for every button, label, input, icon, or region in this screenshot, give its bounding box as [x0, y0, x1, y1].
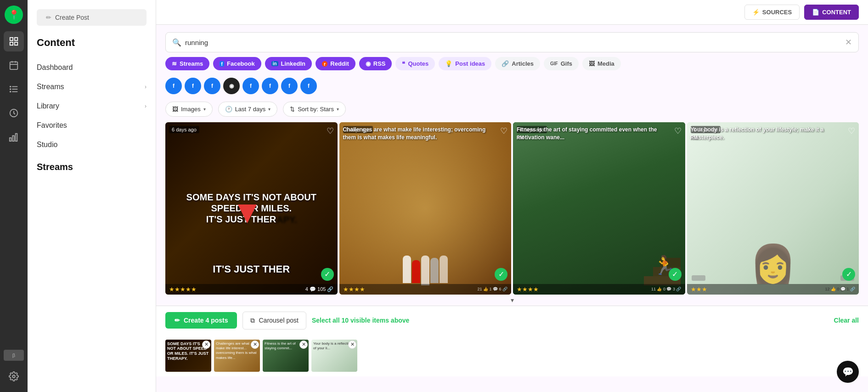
- nav-calendar[interactable]: [4, 55, 24, 75]
- avatar-6[interactable]: f: [262, 78, 278, 94]
- card-3-stats: ★★★★ 11 👍 0 💬 3 🔗: [513, 284, 685, 295]
- card-4-stats: ★★★ 12 👍 0 💬 1 🔗: [687, 284, 859, 295]
- tab-gifs[interactable]: GIF Gifs: [544, 57, 579, 70]
- clear-all-link[interactable]: Clear all: [834, 317, 859, 324]
- sidebar-item-library[interactable]: Library ›: [28, 97, 156, 116]
- image-card-2[interactable]: 5 days ago Challenges are what make life…: [339, 122, 512, 295]
- chevron-right-icon: ›: [145, 103, 147, 109]
- date-chevron-icon: ▾: [268, 107, 271, 112]
- streams-tab-label: Streams: [180, 60, 203, 67]
- svg-rect-4: [10, 62, 18, 70]
- filter-tabs: ≋ Streams f Facebook in LinkedIn r Reddi…: [156, 57, 868, 76]
- tab-articles[interactable]: 🔗 Articles: [495, 57, 540, 70]
- thumb-1[interactable]: SOME DAYS IT'S NOT ABOUT SPEED OR MILES.…: [165, 340, 211, 372]
- nav-schedule[interactable]: [4, 103, 24, 123]
- sidebar-item-favorites[interactable]: Favorites: [28, 116, 156, 135]
- sources-button[interactable]: ⚡ SOURCES: [744, 5, 800, 20]
- create-posts-icon: ✏: [175, 317, 180, 324]
- sidebar-label-library: Library: [37, 102, 59, 110]
- search-clear-icon[interactable]: ✕: [845, 37, 852, 47]
- sidebar-item-dashboard[interactable]: Dashboard: [28, 58, 156, 77]
- svg-rect-2: [10, 42, 13, 45]
- sort-button[interactable]: ⇅ Sort by: Stars ▾: [283, 102, 346, 117]
- avatar-5[interactable]: f: [242, 78, 259, 94]
- card-2-check[interactable]: ✓: [495, 268, 507, 281]
- card-4-check[interactable]: ✓: [842, 268, 855, 281]
- tab-reddit[interactable]: r Reddit: [316, 57, 355, 70]
- card-2-stats: ★★★★ 21 👍 1 💬 6 🔗: [339, 284, 512, 295]
- tab-rss[interactable]: ◉ RSS: [359, 57, 392, 70]
- card-3-check[interactable]: ✓: [669, 268, 682, 281]
- reddit-tab-icon: r: [322, 61, 327, 67]
- facebook-tab-label: Facebook: [227, 60, 255, 67]
- main-panel: ⚡ SOURCES 📄 CONTENT 🔍 ✕ ≋ Streams f: [156, 0, 868, 392]
- thumb-3[interactable]: Fitness is the art of staying commit... …: [263, 340, 309, 372]
- card-1-check[interactable]: ✓: [321, 268, 334, 281]
- top-bar: ⚡ SOURCES 📄 CONTENT: [156, 0, 868, 25]
- card-2-heart[interactable]: ♡: [500, 126, 507, 136]
- create-post-button[interactable]: ✏ Create Post: [37, 9, 147, 26]
- settings-icon[interactable]: [4, 366, 24, 386]
- carousel-label: Carousel post: [259, 317, 298, 324]
- tab-post-ideas[interactable]: 💡 Post ideas: [439, 57, 491, 70]
- thumb-4-close[interactable]: ✕: [348, 341, 356, 349]
- sort-label: Sort by: Stars: [298, 106, 334, 113]
- card-4-weight-left: [692, 275, 705, 281]
- svg-point-11: [10, 86, 11, 87]
- tab-streams[interactable]: ≋ Streams: [165, 57, 209, 70]
- avatar-3[interactable]: f: [204, 78, 220, 94]
- create-posts-button[interactable]: ✏ Create 4 posts: [165, 312, 237, 329]
- svg-rect-15: [10, 138, 11, 141]
- avatar-7[interactable]: f: [281, 78, 298, 94]
- thumb-1-close[interactable]: ✕: [202, 341, 210, 349]
- media-tab-label: Media: [597, 60, 614, 67]
- avatar-2[interactable]: f: [185, 78, 201, 94]
- create-post-label: Create Post: [55, 14, 89, 21]
- image-card-1[interactable]: 6 days ago ♡ SOME DAYS IT'S NOT ABOUT SP…: [165, 122, 338, 295]
- quotes-tab-label: Quotes: [408, 60, 428, 67]
- search-input[interactable]: [185, 39, 841, 46]
- media-tab-icon: 🖼: [589, 60, 595, 67]
- content-label: CONTENT: [822, 9, 851, 16]
- nav-list[interactable]: [4, 79, 24, 99]
- thumb-2-close[interactable]: ✕: [251, 341, 259, 349]
- thumb-2[interactable]: Challenges are what make life interest..…: [214, 340, 260, 372]
- svg-rect-16: [12, 136, 14, 141]
- carousel-post-button[interactable]: ⧉ Carousel post: [242, 312, 306, 330]
- streams-section-header: Streams: [28, 154, 156, 176]
- content-button[interactable]: 📄 CONTENT: [804, 5, 859, 20]
- sidebar-item-studio[interactable]: Studio: [28, 135, 156, 154]
- select-all-link[interactable]: Select all 10 visible items above: [312, 317, 409, 324]
- image-card-4[interactable]: 👩 6 days ago Your body is a reflection o…: [687, 122, 859, 295]
- card-4-heart[interactable]: ♡: [848, 126, 855, 136]
- thumb-4[interactable]: Your body is a reflection of your li... …: [311, 340, 357, 372]
- tab-linkedin[interactable]: in LinkedIn: [265, 57, 312, 70]
- collapse-arrow[interactable]: ▾: [156, 295, 868, 306]
- svg-rect-0: [10, 38, 13, 40]
- image-card-3[interactable]: 🏃 4 days ago Fitness is the art of stayi…: [513, 122, 685, 295]
- tab-quotes[interactable]: ❝ Quotes: [395, 57, 435, 70]
- card-3-heart[interactable]: ♡: [674, 126, 682, 136]
- avatar-1[interactable]: f: [165, 78, 182, 94]
- nav-content[interactable]: [4, 31, 24, 51]
- date-filter-button[interactable]: 🕐 Last 7 days ▾: [218, 102, 278, 117]
- card-2-crowd: [339, 256, 512, 285]
- avatar-8[interactable]: f: [300, 78, 317, 94]
- avatar-4[interactable]: ◉: [223, 78, 240, 94]
- image-icon: 🖼: [172, 106, 178, 113]
- icon-bar: 📍 β: [0, 0, 28, 392]
- thumb-3-close[interactable]: ✕: [299, 341, 308, 349]
- card-1-heart[interactable]: ♡: [327, 126, 334, 136]
- tab-facebook[interactable]: f Facebook: [213, 57, 261, 70]
- app-logo[interactable]: 📍: [5, 6, 23, 24]
- nav-analytics[interactable]: [4, 127, 24, 147]
- sidebar-label-favorites: Favorites: [37, 121, 67, 130]
- chat-bubble[interactable]: 💬: [837, 361, 859, 383]
- card-1-stars: ★★★★★: [169, 286, 197, 293]
- tab-media[interactable]: 🖼 Media: [582, 57, 621, 70]
- card-4-quote: Your body is a reflection of your lifest…: [691, 126, 845, 142]
- card-1-stats: ★★★★★ 4 💬 105 🔗: [165, 284, 338, 295]
- sidebar-item-streams[interactable]: Streams ›: [28, 77, 156, 97]
- images-filter-button[interactable]: 🖼 Images ▾: [165, 102, 213, 117]
- card-4-person: 👩: [750, 242, 796, 285]
